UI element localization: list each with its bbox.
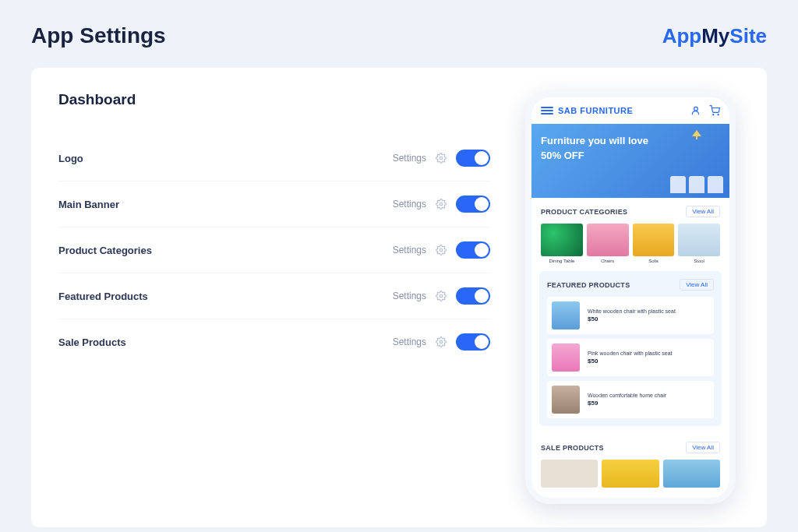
view-all-button: View All bbox=[686, 442, 720, 453]
settings-card: Dashboard Logo Settings Main Banner Sett… bbox=[31, 68, 767, 527]
toggle-featured-products[interactable] bbox=[456, 287, 490, 305]
category-item: Stool bbox=[678, 224, 720, 263]
user-icon bbox=[690, 105, 701, 116]
product-text: Wooden comfortable home chair $59 bbox=[588, 393, 709, 407]
cart-icon bbox=[709, 105, 720, 116]
product-image bbox=[552, 386, 580, 414]
row-controls: Settings bbox=[393, 333, 490, 351]
gear-icon[interactable] bbox=[436, 199, 447, 210]
gear-icon[interactable] bbox=[436, 336, 447, 347]
category-item: Dining Table bbox=[541, 224, 583, 263]
phone-preview-wrap: SAB FURNITURE Furniture you will love 50… bbox=[521, 91, 740, 504]
svg-point-5 bbox=[694, 107, 698, 111]
banner-chairs-illustration bbox=[670, 176, 723, 193]
settings-link[interactable]: Settings bbox=[393, 336, 426, 347]
section-head: FEATURED PRODUCTS View All bbox=[547, 279, 714, 291]
svg-point-1 bbox=[440, 203, 443, 206]
svg-point-3 bbox=[440, 294, 443, 298]
settings-panel: Dashboard Logo Settings Main Banner Sett… bbox=[58, 91, 490, 504]
toggle-product-categories[interactable] bbox=[456, 241, 490, 259]
sale-grid bbox=[541, 460, 720, 488]
row-product-categories: Product Categories Settings bbox=[58, 227, 490, 273]
product-price: $50 bbox=[588, 358, 709, 365]
toggle-main-banner[interactable] bbox=[456, 196, 490, 213]
row-main-banner: Main Banner Settings bbox=[58, 181, 490, 227]
categories-grid: Dining Table Chairs Sofa Stool bbox=[541, 224, 720, 263]
preview-app-bar: SAB FURNITURE bbox=[531, 97, 729, 124]
toggle-sale-products[interactable] bbox=[456, 333, 490, 351]
row-controls: Settings bbox=[393, 287, 490, 305]
featured-item: White wooden chair with plastic seat $50 bbox=[547, 297, 714, 334]
category-image bbox=[678, 224, 720, 256]
app-bar-right bbox=[690, 105, 720, 116]
view-all-button: View All bbox=[680, 279, 714, 291]
svg-point-4 bbox=[440, 340, 443, 344]
svg-point-7 bbox=[718, 115, 719, 115]
row-label: Product Categories bbox=[58, 245, 152, 256]
row-controls: Settings bbox=[393, 150, 490, 167]
phone-screen: SAB FURNITURE Furniture you will love 50… bbox=[531, 97, 729, 498]
category-item: Chairs bbox=[587, 224, 629, 263]
product-name: White wooden chair with plastic seat bbox=[588, 308, 709, 314]
settings-link[interactable]: Settings bbox=[393, 153, 426, 164]
sale-item-image bbox=[663, 460, 720, 488]
app-bar-left: SAB FURNITURE bbox=[541, 106, 633, 115]
settings-link[interactable]: Settings bbox=[393, 245, 426, 255]
settings-link[interactable]: Settings bbox=[393, 291, 426, 301]
sale-item-image bbox=[602, 460, 659, 488]
row-label: Sale Products bbox=[58, 336, 126, 348]
toggle-logo[interactable] bbox=[456, 150, 490, 167]
product-text: Pink wooden chair with plastic seat $50 bbox=[588, 351, 709, 365]
product-name: Pink wooden chair with plastic seat bbox=[588, 351, 709, 356]
section-title: FEATURED PRODUCTS bbox=[547, 281, 630, 289]
product-price: $50 bbox=[588, 315, 709, 322]
featured-item: Pink wooden chair with plastic seat $50 bbox=[547, 339, 714, 376]
featured-item: Wooden comfortable home chair $59 bbox=[547, 381, 714, 418]
lamp-icon bbox=[687, 129, 706, 147]
row-sale sa117-products: Sale Products Settings bbox=[58, 319, 490, 365]
row-label: Logo bbox=[58, 153, 83, 164]
row-featured-products: Featured Products Settings bbox=[58, 273, 490, 319]
preview-banner: Furniture you will love 50% OFF bbox=[531, 124, 729, 198]
section-title: PRODUCT CATEGORIES bbox=[541, 208, 627, 216]
row-controls: Settings bbox=[393, 196, 490, 213]
preview-app-name: SAB FURNITURE bbox=[558, 106, 633, 115]
category-label: Dining Table bbox=[541, 259, 583, 263]
gear-icon[interactable] bbox=[436, 153, 447, 164]
brand-part-site: Site bbox=[729, 24, 767, 48]
page-title: App Settings bbox=[31, 23, 166, 48]
settings-link[interactable]: Settings bbox=[393, 199, 426, 210]
brand-part-my: My bbox=[701, 24, 729, 48]
product-image bbox=[552, 344, 580, 372]
category-label: Stool bbox=[678, 259, 720, 263]
gear-icon[interactable] bbox=[436, 291, 447, 301]
page-header: App Settings AppMySite bbox=[31, 23, 767, 48]
section-title: SALE PRODUCTS bbox=[541, 444, 604, 452]
product-text: White wooden chair with plastic seat $50 bbox=[588, 308, 709, 322]
row-label: Main Banner bbox=[58, 199, 119, 210]
brand-logo: AppMySite bbox=[662, 24, 767, 48]
product-image bbox=[552, 301, 580, 329]
svg-point-6 bbox=[713, 115, 714, 115]
category-image bbox=[541, 224, 583, 256]
panel-title: Dashboard bbox=[58, 91, 490, 108]
gear-icon[interactable] bbox=[436, 245, 447, 255]
category-label: Sofa bbox=[633, 259, 675, 263]
row-label: Featured Products bbox=[58, 291, 148, 302]
hamburger-icon bbox=[541, 107, 553, 115]
category-image bbox=[633, 224, 675, 256]
section-head: PRODUCT CATEGORIES View All bbox=[541, 206, 720, 217]
category-label: Chairs bbox=[587, 259, 629, 263]
banner-sub: 50% OFF bbox=[541, 150, 720, 161]
product-price: $59 bbox=[588, 400, 709, 407]
svg-point-0 bbox=[440, 157, 443, 160]
phone-preview: SAB FURNITURE Furniture you will love 50… bbox=[525, 91, 736, 504]
sale-item-image bbox=[541, 460, 598, 488]
svg-point-2 bbox=[440, 248, 443, 252]
category-item: Sofa bbox=[633, 224, 675, 263]
brand-part-app: App bbox=[662, 24, 702, 48]
preview-featured-section: FEATURED PRODUCTS View All White wooden … bbox=[539, 271, 722, 426]
row-logo: Logo Settings bbox=[58, 136, 490, 181]
product-name: Wooden comfortable home chair bbox=[588, 393, 709, 398]
section-head: SALE PRODUCTS View All bbox=[541, 442, 720, 453]
